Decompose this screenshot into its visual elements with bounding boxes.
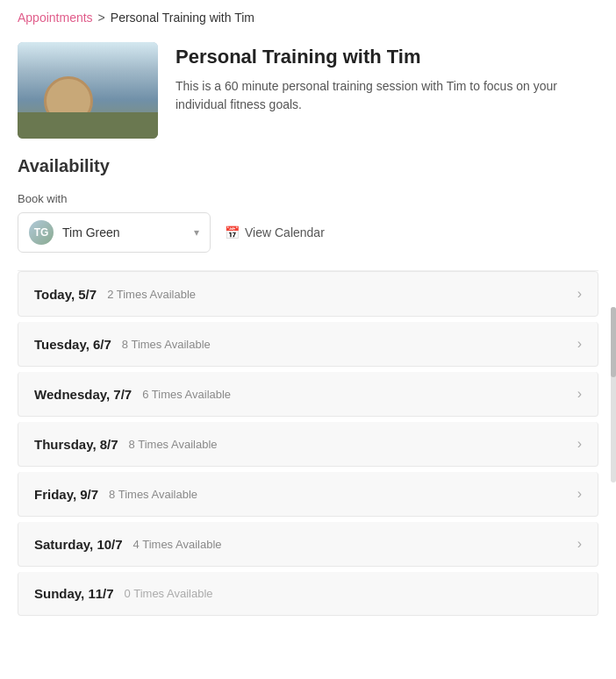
times-available: 8 Times Available [109, 488, 197, 501]
breadcrumb-appointments-link[interactable]: Appointments [18, 11, 93, 25]
page-wrapper: Appointments > Personal Training with Ti… [0, 0, 616, 679]
times-available: 4 Times Available [133, 538, 222, 551]
times-available: 6 Times Available [142, 388, 231, 401]
service-info: Personal Training with Tim This is a 60 … [175, 42, 598, 114]
provider-avatar: TG [29, 220, 54, 245]
chevron-right-icon: › [577, 536, 582, 552]
times-available: 0 Times Available [125, 587, 213, 600]
times-available: 8 Times Available [129, 438, 218, 451]
availability-heading: Availability [18, 156, 598, 176]
calendar-icon: 📅 [225, 225, 240, 239]
service-header: Personal Training with Tim This is a 60 … [0, 33, 616, 156]
availability-day-item[interactable]: Thursday, 8/78 Times Available› [18, 422, 598, 467]
availability-item-left: Tuesday, 6/78 Times Available [34, 337, 211, 352]
book-with-label: Book with [18, 192, 598, 205]
day-label: Today, 5/7 [34, 287, 97, 302]
availability-item-left: Friday, 9/78 Times Available [34, 487, 197, 502]
availability-day-item[interactable]: Sunday, 11/70 Times Available [18, 572, 598, 616]
view-calendar-label: View Calendar [245, 225, 325, 239]
breadcrumb-separator: > [98, 11, 105, 25]
provider-select-dropdown[interactable]: TG Tim Green ▾ [18, 212, 211, 253]
availability-day-item[interactable]: Saturday, 10/74 Times Available› [18, 522, 598, 567]
breadcrumb: Appointments > Personal Training with Ti… [0, 0, 616, 33]
day-label: Sunday, 11/7 [34, 586, 114, 601]
availability-item-left: Thursday, 8/78 Times Available [34, 437, 218, 452]
day-label: Saturday, 10/7 [34, 537, 123, 552]
breadcrumb-current-page: Personal Training with Tim [111, 11, 254, 25]
chevron-right-icon: › [577, 386, 582, 402]
day-label: Tuesday, 6/7 [34, 337, 111, 352]
availability-item-left: Wednesday, 7/76 Times Available [34, 387, 231, 402]
service-image [18, 42, 158, 139]
day-label: Wednesday, 7/7 [34, 387, 132, 402]
day-label: Thursday, 8/7 [34, 437, 118, 452]
times-available: 8 Times Available [122, 338, 211, 351]
availability-day-item[interactable]: Friday, 9/78 Times Available› [18, 472, 598, 517]
gym-scene-graphic [18, 42, 158, 139]
view-calendar-button[interactable]: 📅 View Calendar [225, 225, 325, 239]
availability-day-item[interactable]: Tuesday, 6/78 Times Available› [18, 322, 598, 367]
provider-name: Tim Green [62, 225, 185, 239]
scrollbar-track[interactable] [611, 307, 616, 482]
scrollbar-thumb[interactable] [611, 307, 616, 377]
availability-section: Availability Book with TG Tim Green ▾ 📅 … [0, 156, 616, 621]
day-label: Friday, 9/7 [34, 487, 98, 502]
availability-day-item[interactable]: Wednesday, 7/76 Times Available› [18, 372, 598, 417]
chevron-right-icon: › [577, 436, 582, 452]
chevron-right-icon: › [577, 336, 582, 352]
chevron-right-icon: › [577, 486, 582, 502]
availability-item-left: Sunday, 11/70 Times Available [34, 586, 213, 601]
service-title: Personal Training with Tim [175, 46, 598, 68]
service-description: This is a 60 minute personal training se… [175, 77, 598, 114]
availability-day-item[interactable]: Today, 5/72 Times Available› [18, 271, 598, 317]
times-available: 2 Times Available [107, 288, 196, 301]
availability-item-left: Today, 5/72 Times Available [34, 287, 196, 302]
availability-list: Today, 5/72 Times Available›Tuesday, 6/7… [18, 270, 598, 621]
availability-item-left: Saturday, 10/74 Times Available [34, 537, 222, 552]
book-with-row: TG Tim Green ▾ 📅 View Calendar [18, 212, 598, 253]
chevron-down-icon: ▾ [194, 226, 199, 239]
chevron-right-icon: › [577, 286, 582, 302]
